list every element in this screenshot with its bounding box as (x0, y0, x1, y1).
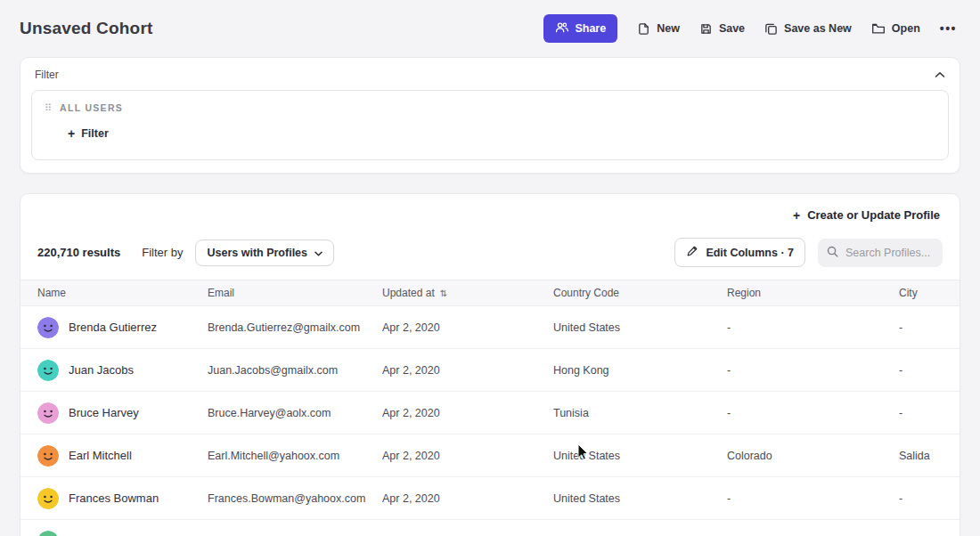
add-filter-label: Filter (81, 127, 109, 140)
header-actions: Share New Save (543, 14, 957, 43)
profile-name-cell[interactable]: Juan Jacobs (37, 360, 208, 381)
table-row[interactable]: Earl MitchellEarl.Mitchell@yahoox.comApr… (20, 434, 960, 477)
avatar (37, 317, 59, 338)
profile-email: Earl.Mitchell@yahoox.com (208, 450, 382, 462)
profile-country-code: Hong Kong (553, 364, 727, 377)
profile-email: Juan.Jacobs@gmailx.com (208, 364, 382, 377)
folder-icon (871, 22, 886, 35)
search-box[interactable] (818, 239, 943, 267)
results-count: 220,710 results (37, 246, 120, 259)
filter-group-label: ALL USERS (60, 102, 123, 113)
filter-group: ⠿ ALL USERS + Filter (31, 90, 949, 160)
profile-name: Frances Bowman (69, 491, 159, 505)
filter-panel-header: Filter (20, 58, 960, 88)
profile-email: Frances.Bowman@yahoox.com (208, 492, 382, 505)
column-header-country-code[interactable]: Country Code (553, 287, 727, 299)
new-button-label: New (657, 22, 680, 35)
chevron-down-icon (314, 247, 323, 259)
column-header-region[interactable]: Region (727, 287, 899, 299)
profile-country-code: United States (553, 321, 727, 334)
profile-email: Brenda.Gutierrez@gmailx.com (208, 321, 382, 334)
search-profiles-input[interactable] (845, 247, 934, 259)
table-row[interactable]: Bruce HarveyBruce.Harvey@aolx.comApr 2, … (20, 392, 960, 434)
profile-type-dropdown[interactable]: Users with Profiles (195, 240, 334, 266)
profile-name-cell[interactable]: Earl Mitchell (37, 445, 208, 467)
table-row[interactable] (20, 520, 960, 536)
profile-updated-at: Apr 2, 2020 (382, 407, 553, 419)
plus-icon: + (793, 209, 800, 222)
new-button[interactable]: New (637, 22, 680, 36)
profile-name: Bruce Harvey (69, 406, 139, 419)
share-button[interactable]: Share (543, 14, 617, 43)
profiles-panel: + Create or Update Profile 220,710 resul… (20, 193, 960, 536)
profile-country-code: United States (553, 450, 727, 462)
search-icon (827, 245, 838, 261)
avatar (37, 488, 59, 509)
column-header-email[interactable]: Email (208, 287, 382, 299)
open-button[interactable]: Open (871, 22, 920, 35)
avatar (37, 360, 59, 381)
profile-city: - (899, 492, 943, 505)
filter-group-row: ⠿ ALL USERS (45, 102, 935, 113)
profile-type-dropdown-value: Users with Profiles (207, 247, 307, 259)
add-filter-button[interactable]: + Filter (68, 127, 109, 140)
save-as-new-icon (764, 22, 778, 36)
profile-name: Juan Jacobs (69, 363, 134, 377)
filter-by-label: Filter by (142, 246, 183, 259)
page-title: Unsaved Cohort (20, 19, 153, 38)
avatar (37, 402, 59, 424)
create-or-update-profile-label: Create or Update Profile (807, 208, 940, 222)
pencil-icon (686, 245, 698, 260)
column-header-name[interactable]: Name (37, 287, 208, 299)
people-icon (555, 21, 568, 36)
profile-updated-at: Apr 2, 2020 (382, 450, 553, 462)
save-button[interactable]: Save (699, 22, 745, 36)
table-row[interactable]: Brenda GutierrezBrenda.Gutierrez@gmailx.… (20, 306, 960, 349)
save-icon (699, 22, 713, 36)
profile-city: Salida (899, 450, 943, 462)
save-button-label: Save (719, 22, 745, 35)
new-document-icon (637, 22, 650, 36)
chevron-up-icon[interactable] (935, 71, 945, 78)
create-row: + Create or Update Profile (20, 194, 960, 231)
profile-city: - (899, 321, 943, 334)
edit-columns-label: Edit Columns · 7 (706, 247, 794, 259)
profile-name: Earl Mitchell (69, 449, 132, 462)
profile-country-code: United States (553, 492, 727, 505)
profile-city: - (899, 364, 943, 377)
profile-region: - (727, 492, 899, 505)
profile-name-cell[interactable] (37, 531, 208, 536)
profile-region: - (727, 407, 899, 419)
filter-panel: Filter ⠿ ALL USERS + Filter (20, 57, 960, 174)
profile-region: - (727, 321, 899, 334)
profile-region: - (727, 364, 899, 377)
profile-city: - (899, 407, 943, 419)
profile-updated-at: Apr 2, 2020 (382, 492, 553, 505)
profile-country-code: Tunisia (553, 407, 727, 419)
profile-name-cell[interactable]: Brenda Gutierrez (37, 317, 208, 338)
more-options-button[interactable]: ••• (940, 21, 957, 36)
profile-name-cell[interactable]: Frances Bowman (37, 488, 208, 509)
profile-name-cell[interactable]: Bruce Harvey (37, 402, 208, 424)
top-bar: Unsaved Cohort Share New (0, 0, 980, 53)
create-or-update-profile-button[interactable]: + Create or Update Profile (793, 208, 940, 222)
drag-handle-icon[interactable]: ⠿ (45, 103, 52, 113)
save-as-new-button[interactable]: Save as New (764, 22, 852, 36)
avatar (37, 445, 59, 467)
column-header-updated-at[interactable]: Updated at⇅ (382, 287, 553, 299)
column-header-city[interactable]: City (899, 287, 943, 299)
table-header-row: NameEmailUpdated at⇅Country CodeRegionCi… (20, 280, 960, 306)
table-body: Brenda GutierrezBrenda.Gutierrez@gmailx.… (20, 306, 960, 536)
table-row[interactable]: Frances BowmanFrances.Bowman@yahoox.comA… (20, 477, 960, 520)
profile-name: Brenda Gutierrez (69, 321, 157, 334)
profile-email: Bruce.Harvey@aolx.com (208, 407, 382, 419)
filter-panel-title: Filter (35, 69, 59, 81)
table-row[interactable]: Juan JacobsJuan.Jacobs@gmailx.comApr 2, … (20, 349, 960, 392)
edit-columns-button[interactable]: Edit Columns · 7 (674, 238, 805, 267)
profile-updated-at: Apr 2, 2020 (382, 364, 553, 377)
save-as-new-button-label: Save as New (784, 22, 852, 35)
profile-region: Colorado (727, 450, 899, 462)
sort-arrows-icon[interactable]: ⇅ (440, 288, 447, 298)
open-button-label: Open (892, 22, 920, 35)
avatar (37, 531, 59, 536)
